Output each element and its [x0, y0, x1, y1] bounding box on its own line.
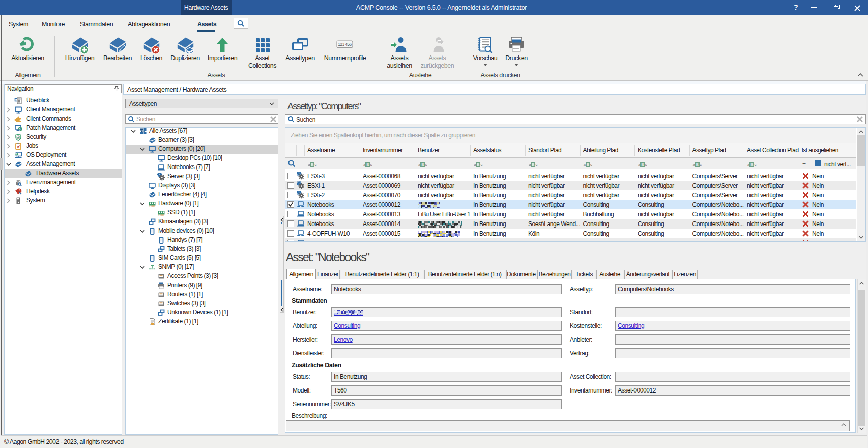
svg-text:123 456: 123 456: [338, 42, 352, 47]
